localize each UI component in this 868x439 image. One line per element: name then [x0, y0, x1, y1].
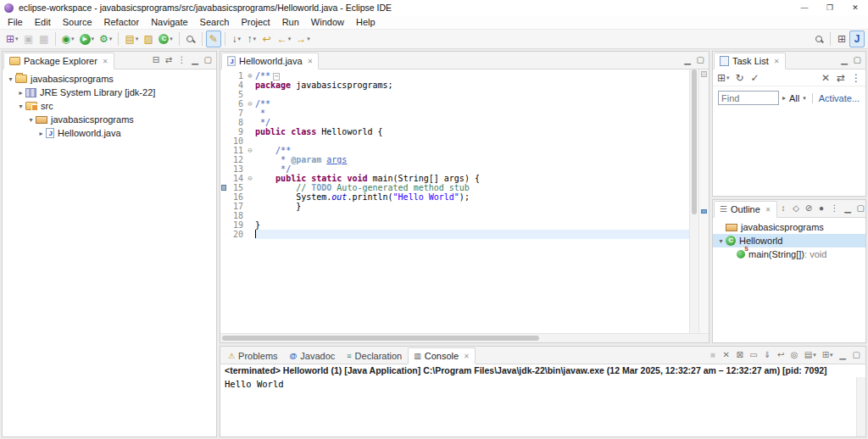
- debug-button[interactable]: ◉▾: [59, 31, 77, 47]
- maximize-button[interactable]: ▢: [850, 348, 863, 362]
- annotation-ruler[interactable]: [220, 155, 228, 164]
- forward-button[interactable]: →▾: [293, 31, 313, 47]
- scrollbar-thumb[interactable]: [692, 69, 697, 214]
- outline-item-javabasicsprograms[interactable]: javabasicsprograms: [713, 220, 865, 234]
- new-task-button[interactable]: ⊞▾: [715, 69, 732, 86]
- save-all-button[interactable]: ▦: [36, 31, 52, 47]
- hide-fields-button[interactable]: ◇: [790, 202, 803, 215]
- new-java-project-button[interactable]: ▤▾: [122, 31, 141, 47]
- annotation-ruler[interactable]: [220, 174, 228, 183]
- link-with-editor-button[interactable]: ⇄: [833, 69, 849, 86]
- delete-task-button[interactable]: ✕: [818, 69, 833, 86]
- tab-outline[interactable]: ☰ Outline ✕: [714, 201, 777, 218]
- tab-problems[interactable]: ⚠Problems: [222, 347, 284, 364]
- menu-source[interactable]: Source: [57, 16, 98, 28]
- editor-vertical-scrollbar[interactable]: [689, 69, 698, 333]
- minimize-button[interactable]: ▁: [842, 202, 854, 215]
- code-line-15[interactable]: 15 // TODO Auto-generated method stub: [220, 183, 689, 192]
- maximize-window-button[interactable]: ❐: [817, 0, 843, 15]
- outline-item-helloworld[interactable]: ▾Helloworld: [713, 234, 865, 247]
- annotation-ruler[interactable]: [220, 202, 228, 211]
- expand-fold-icon[interactable]: ⊕: [245, 71, 255, 81]
- link-with-editor-button[interactable]: ⇄: [163, 53, 175, 67]
- hide-static-members-button[interactable]: ⊘: [803, 202, 815, 215]
- menu-window[interactable]: Window: [305, 16, 350, 28]
- code-line-20[interactable]: 20: [220, 230, 689, 239]
- annotation-ruler[interactable]: [220, 220, 228, 230]
- view-menu-button[interactable]: ⋮: [849, 69, 864, 86]
- tab-package-explorer[interactable]: Package Explorer ✕: [3, 53, 114, 69]
- annotation-ruler[interactable]: [220, 136, 228, 146]
- code-area[interactable]: 1⊕/**⋯4package javabasicsprograms;56⊖/**…: [220, 69, 689, 333]
- package-explorer-item-src[interactable]: ▾src: [3, 99, 216, 113]
- annotation-ruler[interactable]: [220, 230, 228, 239]
- synchronize-button[interactable]: ↻: [732, 69, 748, 86]
- annotation-ruler[interactable]: [220, 108, 228, 118]
- previous-annotation-button[interactable]: ↑▾: [244, 31, 259, 47]
- menu-refactor[interactable]: Refactor: [98, 16, 146, 28]
- collapse-fold-icon[interactable]: ⊖: [245, 99, 255, 108]
- code-line-6[interactable]: 6⊖/**: [220, 99, 689, 108]
- menu-help[interactable]: Help: [350, 16, 381, 28]
- code-line-13[interactable]: 13 */: [220, 164, 689, 174]
- find-input[interactable]: [718, 91, 779, 105]
- close-tab-icon[interactable]: ✕: [308, 58, 314, 65]
- collapse-arrow-icon[interactable]: ▾: [6, 75, 15, 83]
- code-line-9[interactable]: 9public class Helloworld {: [220, 127, 689, 136]
- package-explorer-item-helloworld-java[interactable]: ▸Helloworld.java: [3, 126, 216, 140]
- new-java-package-button[interactable]: ▨: [141, 31, 156, 47]
- word-wrap-button[interactable]: ↩: [775, 348, 787, 362]
- tab-task-list[interactable]: Task List ✕: [714, 53, 786, 69]
- terminate-button[interactable]: ■: [706, 348, 719, 362]
- tab-helloworld-java[interactable]: Helloworld.java ✕: [221, 53, 319, 69]
- scrollbar-thumb[interactable]: [222, 336, 539, 341]
- collapse-arrow-icon[interactable]: ▾: [26, 116, 36, 124]
- maximize-button[interactable]: ▢: [854, 202, 867, 215]
- save-button[interactable]: ▣: [21, 31, 36, 47]
- tab-declaration[interactable]: ≡Declaration: [341, 347, 408, 364]
- run-external-tools-button[interactable]: ⚙▾: [97, 31, 114, 47]
- annotation-ruler[interactable]: [220, 81, 228, 90]
- scroll-lock-button[interactable]: ⇓: [761, 348, 774, 362]
- run-button[interactable]: ▶▾: [77, 31, 97, 47]
- maximize-button[interactable]: ▢: [202, 53, 214, 67]
- open-search-button[interactable]: [183, 31, 198, 47]
- minimize-button[interactable]: ▁: [189, 53, 202, 67]
- new-java-class-button[interactable]: ▾: [156, 31, 175, 47]
- package-explorer-item-javabasicsprograms[interactable]: ▾javabasicsprograms: [3, 113, 216, 126]
- overview-ruler[interactable]: [698, 69, 709, 333]
- annotation-ruler[interactable]: [220, 127, 228, 136]
- minimize-button[interactable]: ▁: [837, 348, 849, 362]
- code-line-1[interactable]: 1⊕/**⋯: [220, 71, 689, 81]
- clear-console-button[interactable]: ▭: [747, 348, 760, 362]
- code-line-14[interactable]: 14⊖ public static void main(String[] arg…: [220, 174, 689, 183]
- annotation-ruler[interactable]: [220, 71, 228, 81]
- minimize-window-button[interactable]: —: [792, 0, 817, 15]
- code-line-11[interactable]: 11⊖ /**: [220, 146, 689, 155]
- remove-launch-button[interactable]: ✕: [720, 348, 732, 362]
- last-edit-location-button[interactable]: ↩: [259, 31, 275, 47]
- menu-run[interactable]: Run: [276, 16, 305, 28]
- close-window-button[interactable]: ✕: [843, 0, 868, 15]
- code-line-18[interactable]: 18: [220, 211, 689, 220]
- annotation-ruler[interactable]: [220, 211, 228, 220]
- code-line-16[interactable]: 16 System.out.println("Hello World");: [220, 192, 689, 202]
- annotation-ruler[interactable]: [220, 146, 228, 155]
- package-explorer-item-jre-system-library-jdk-22[interactable]: ▸JRE System Library [jdk-22]: [3, 86, 216, 99]
- close-tab-icon[interactable]: ✕: [765, 206, 771, 214]
- close-tab-icon[interactable]: ✕: [103, 58, 108, 65]
- menu-file[interactable]: File: [2, 16, 29, 28]
- toggle-mark-occurrences-button[interactable]: ✎: [206, 31, 221, 47]
- todo-annotation-marker[interactable]: [701, 209, 707, 214]
- code-line-10[interactable]: 10: [220, 136, 689, 146]
- annotation-ruler[interactable]: [220, 164, 228, 174]
- expand-arrow-icon[interactable]: ▸: [36, 130, 46, 137]
- menu-navigate[interactable]: Navigate: [145, 16, 193, 28]
- collapse-all-button[interactable]: ⊟: [150, 53, 163, 67]
- tab-javadoc[interactable]: @Javadoc: [284, 347, 342, 364]
- display-selected-console-button[interactable]: ▤▾: [802, 348, 819, 362]
- annotation-summary-icon[interactable]: [701, 71, 707, 77]
- code-line-19[interactable]: 19}: [220, 220, 689, 230]
- annotation-ruler[interactable]: [220, 118, 228, 127]
- editor-horizontal-scrollbar[interactable]: [220, 333, 709, 342]
